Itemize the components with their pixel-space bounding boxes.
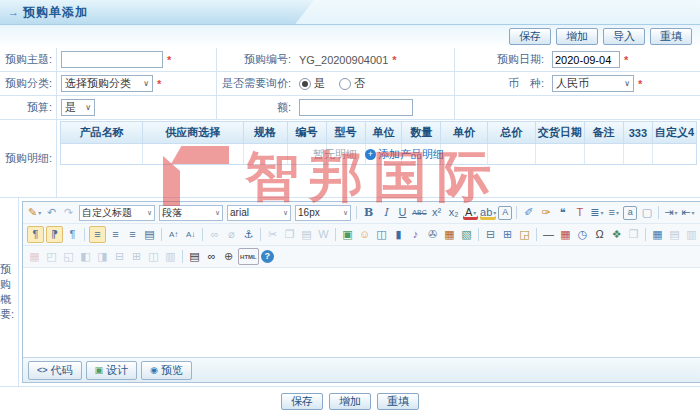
category-select-value: 选择预购分类 [65, 76, 131, 91]
flash-icon[interactable]: ▮ [391, 227, 406, 242]
table-icon[interactable]: ▦ [650, 227, 665, 242]
rtl-paragraph-icon[interactable]: ⁋ [46, 226, 63, 243]
add-button[interactable]: 增加 [556, 28, 598, 45]
font-color-icon[interactable]: A▾ [463, 205, 478, 220]
align-left-icon[interactable]: ≡ [89, 226, 106, 243]
editor-toolbar-row-1: ✎▾↶↷自定义标题∨段落∨arial∨16px∨BIUABCx²x₂A▾ab▾A… [23, 202, 700, 224]
anchor-icon[interactable]: ⚓ [241, 227, 256, 242]
title-format-icon[interactable]: T [572, 205, 587, 220]
increase-font-icon[interactable]: A↑ [166, 227, 181, 242]
heading-select[interactable]: 自定义标题∨ [79, 205, 155, 221]
date-input[interactable] [552, 51, 620, 68]
inquiry-no-radio[interactable] [339, 78, 351, 90]
currency-label: 币 种: [455, 72, 548, 95]
omega-icon[interactable]: Ω [592, 227, 607, 242]
currency-select[interactable]: 人民币∨ [552, 75, 634, 92]
align-justify-icon[interactable]: ▤ [142, 227, 157, 242]
code-tab[interactable]: <> 代码 [28, 361, 82, 380]
budget-select[interactable]: 是∨ [61, 99, 95, 116]
amount-input[interactable] [299, 99, 413, 116]
format-brush-icon[interactable]: ✑ [538, 205, 553, 220]
ordered-list-icon[interactable]: ≣▾ [589, 205, 604, 220]
arrow-icon: → [8, 6, 19, 18]
save-button[interactable]: 保存 [509, 28, 551, 45]
clock-icon[interactable]: ◷ [575, 227, 590, 242]
unordered-list-icon[interactable]: ≡▾ [606, 205, 621, 220]
table-prop-icon: ▤ [667, 227, 682, 242]
zoom-search-icon[interactable]: ⊕ [221, 249, 236, 264]
inquiry-label: 是否需要询价: [217, 72, 295, 95]
superscript-icon[interactable]: x² [429, 205, 444, 220]
inquiry-yes-radio[interactable] [299, 78, 311, 90]
paragraph-select[interactable]: 段落∨ [159, 205, 223, 221]
align-center-icon[interactable]: ≡ [108, 227, 123, 242]
detail-column-header: 产品名称 [61, 122, 143, 143]
design-tab[interactable]: ▣ 设计 [86, 361, 138, 380]
page-break-icon[interactable]: ⊟ [483, 227, 498, 242]
detail-column-header: 总价 [488, 122, 537, 143]
subscript-icon[interactable]: x₂ [446, 205, 461, 220]
add-product-detail-label: 添加产品明细 [378, 147, 444, 162]
category-select[interactable]: 选择预购分类∨ [61, 75, 153, 92]
currency-select-value: 人民币 [556, 76, 589, 91]
outdent-icon[interactable]: ⇤▾ [680, 205, 695, 220]
calendar-icon[interactable]: ▦ [558, 227, 573, 242]
fontsize-select[interactable]: 16px∨ [295, 205, 351, 221]
emoticon-icon[interactable]: ☺ [357, 227, 372, 242]
merge-cells-icon: ◫ [146, 249, 161, 264]
import-button[interactable]: 导入 [603, 28, 645, 45]
detail-column-header: 型号 [327, 122, 366, 143]
blockquote-icon[interactable]: ❝ [555, 205, 570, 220]
footer-save-button[interactable]: 保存 [281, 393, 323, 410]
attachment-icon[interactable]: ✇ [425, 227, 440, 242]
spreadsheet-icon[interactable]: ⊞ [500, 227, 515, 242]
help-icon[interactable]: ? [261, 250, 274, 263]
add-product-detail-link[interactable]: + 添加产品明细 [365, 147, 444, 162]
font-select[interactable]: arial∨ [227, 205, 291, 221]
reset-button[interactable]: 重填 [650, 28, 692, 45]
bold-icon[interactable]: B [361, 205, 376, 220]
show-blocks-icon[interactable]: ¶ [65, 227, 80, 242]
new-document-icon[interactable]: ✎▾ [27, 205, 42, 220]
editor-toolbar-row-2: ¶⁋¶≡≡≡▤A↑A↓∞⌀⚓✂❐▤W▣☺◫▮♪✇▦▧⊟⊞◲—▦◷Ω❖❒▦▤▥◫ [23, 224, 700, 246]
footer-add-button[interactable]: 增加 [329, 393, 371, 410]
indent-icon[interactable]: ⇥▾ [663, 205, 678, 220]
italic-icon[interactable]: I [378, 205, 393, 220]
date-label: 预购日期: [455, 48, 548, 71]
ltr-paragraph-icon[interactable]: ¶ [27, 226, 44, 243]
highlight-color-icon[interactable]: ab▾ [480, 205, 496, 220]
page-title: 预购单添加 [23, 4, 88, 21]
anchor-a-icon[interactable]: a [623, 206, 637, 220]
chevron-down-icon: ∨ [143, 79, 149, 88]
html-source-icon[interactable]: HTML [238, 248, 259, 265]
special-char-icon[interactable]: ❖ [609, 227, 624, 242]
border-a-icon[interactable]: A [498, 206, 512, 220]
underline-icon[interactable]: U [395, 205, 410, 220]
undo-icon[interactable]: ↶ [44, 205, 59, 220]
summary-row: 预购概要: ✎▾↶↷自定义标题∨段落∨arial∨16px∨BIUABCx²x₂… [0, 198, 700, 387]
decrease-font-icon[interactable]: A↓ [183, 227, 198, 242]
picture-icon[interactable]: ▦ [442, 227, 457, 242]
preview-tab[interactable]: ◉ 预览 [141, 361, 192, 380]
toolbar-separator [478, 228, 479, 241]
redo-icon[interactable]: ↷ [61, 205, 76, 220]
footer-reset-button[interactable]: 重填 [377, 393, 419, 410]
currency-required-mark: * [638, 78, 642, 90]
strikethrough-icon[interactable]: ABC [412, 205, 427, 220]
media-icon[interactable]: ◫ [374, 227, 389, 242]
editor-content[interactable] [23, 268, 700, 357]
align-right-icon[interactable]: ≡ [125, 227, 140, 242]
map-icon[interactable]: ▧ [459, 227, 474, 242]
screenshot-icon[interactable]: ◲ [517, 227, 532, 242]
eraser-icon[interactable]: ✐ [521, 205, 536, 220]
music-icon[interactable]: ♪ [408, 227, 423, 242]
image-icon[interactable]: ▣ [340, 227, 355, 242]
blank-page-icon[interactable]: ▢ [639, 205, 654, 220]
find-icon[interactable]: ∞ [204, 249, 219, 264]
toolbar-separator [356, 206, 357, 219]
number-label: 预购编号: [217, 48, 295, 71]
horizontal-rule-icon[interactable]: — [541, 227, 556, 242]
subject-input[interactable] [61, 51, 163, 68]
print-icon[interactable]: ▤ [187, 249, 202, 264]
toolbar-separator [202, 228, 203, 241]
